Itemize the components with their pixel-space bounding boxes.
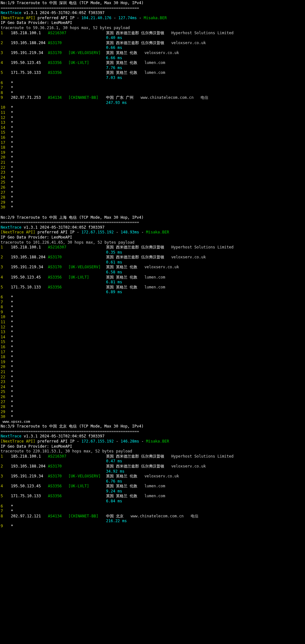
hop-row: 4195.50.123.45AS3356[UK-LVLT]英国 英格兰 伦敦 l…	[1, 275, 305, 280]
hop-row: 24*	[1, 385, 305, 390]
hop-asn: AS3356	[48, 70, 68, 75]
hop-number: 9	[1, 95, 11, 100]
hop-row: 5171.75.10.133AS3356英国 英格兰 伦敦 lumen.com	[1, 494, 305, 499]
hop-number: 3	[1, 51, 11, 56]
hop-number: 2	[1, 41, 11, 46]
hop-row: 3195.191.219.34AS3170[UK-VELOXSERV]英国 英格…	[1, 265, 305, 270]
hop-isp: lumen.com	[144, 494, 165, 498]
hop-row: 11*	[1, 110, 305, 115]
hop-number: 8	[1, 514, 11, 519]
hop-isp: veloxserv.co.uk	[144, 51, 179, 55]
hop-timeout-star: *	[11, 414, 13, 419]
hop-row: 10*	[1, 315, 305, 320]
traceroute-target-line: traceroute to 101.226.41.65, 30 hops max…	[1, 240, 305, 245]
hop-location: 英国 英格兰 伦敦	[106, 494, 137, 498]
hop-number: 21	[1, 160, 11, 165]
hop-row: 1185.218.100.1AS216307英国 西米德兰兹郡 伍尔弗汉普顿 H…	[1, 454, 305, 459]
hop-number: 7	[1, 509, 11, 514]
api-preferred: preferred API IP	[38, 230, 75, 234]
api-server: Misaka.BER	[146, 230, 169, 234]
hop-number: 26	[1, 395, 11, 400]
api-line: [NextTrace API] preferred API IP - 172.6…	[1, 230, 305, 235]
hop-number: 22	[1, 165, 11, 170]
hop-timeout-star: *	[11, 410, 13, 414]
hop-timeout-star: *	[11, 140, 13, 145]
divider: ========================================…	[1, 220, 305, 225]
hop-location: 英国 英格兰 伦敦	[106, 474, 137, 478]
hop-row: 22*	[1, 375, 305, 380]
hop-number: 8	[1, 305, 11, 310]
hop-number: 30	[1, 205, 11, 210]
trace-title: No:2/9 Traceroute to 中国 上海 电信 (TCP Mode,…	[1, 215, 305, 220]
hop-ip: 185.218.100.1	[11, 454, 48, 459]
hop-timeout-star: *	[11, 175, 13, 180]
hop-row: 27*	[1, 400, 305, 405]
hop-number: 19	[1, 360, 11, 365]
hop-tag: [UK-LVLT]	[68, 275, 106, 280]
hop-latency: 0.40 ms	[1, 35, 305, 41]
hop-timeout-star: *	[11, 340, 13, 344]
hop-number: 18	[1, 355, 11, 360]
hop-hostname: www.chinatelecom.com.cn	[141, 95, 194, 100]
hop-asn: AS3170	[48, 41, 68, 46]
hop-timeout-star: *	[11, 185, 13, 190]
hop-ip: 195.50.123.45	[11, 275, 48, 280]
hop-timeout-star: *	[11, 125, 13, 130]
hop-row: 8*	[1, 305, 305, 310]
api-server: Misaka.BER	[144, 16, 167, 20]
hop-number: 28	[1, 195, 11, 200]
hop-isp: lumen.com	[144, 484, 165, 488]
hop-row: 30*	[1, 414, 305, 420]
hop-location: 英国 英格兰 伦敦	[106, 484, 137, 488]
hop-row: 6*	[1, 81, 305, 86]
api-line: [NextTrace API] preferred API IP - 104.2…	[1, 16, 305, 21]
hop-timeout-star: *	[11, 524, 13, 528]
program-name: NextTrace	[1, 11, 21, 15]
hop-timeout-star: *	[11, 320, 13, 324]
hop-number: 24	[1, 385, 11, 390]
hop-number: 13	[1, 330, 11, 335]
hop-asn: AS216307	[48, 245, 68, 250]
hop-timeout-star: *	[11, 389, 13, 394]
hop-number: 13	[1, 120, 11, 125]
hop-timeout-star: *	[11, 130, 13, 135]
hop-location: 中国 广东 广州	[106, 95, 133, 100]
hop-timeout-star: *	[11, 315, 13, 319]
nexttrace-version-line: NextTrace v1.3.1 2024-05-31T02:04:05Z f3…	[1, 225, 305, 230]
hop-row: 9202.97.71.253AS4134[CHINANET-BB]中国 广东 广…	[1, 95, 305, 100]
hop-timeout-star: *	[11, 375, 13, 379]
hop-ip: 193.105.188.204	[11, 255, 48, 260]
hop-timeout-star: *	[11, 110, 13, 115]
hop-asn: AS216307	[48, 31, 68, 36]
hop-timeout-star: *	[11, 345, 13, 349]
hop-row: 29*	[1, 200, 305, 205]
hop-number: 6	[1, 81, 11, 86]
hop-row: 28*	[1, 195, 305, 200]
hop-timeout-star: *	[11, 200, 13, 205]
hop-row: 2193.105.188.204AS3170英国 西米德兰兹郡 伍尔弗汉普顿 v…	[1, 41, 305, 46]
hop-number: 6	[1, 295, 11, 300]
hop-row: 1185.218.100.1AS216307英国 西米德兰兹郡 伍尔弗汉普顿 H…	[1, 31, 305, 36]
hop-latency: 34.92 ms	[1, 469, 305, 474]
hop-row: 20*	[1, 365, 305, 370]
hop-number: 17	[1, 140, 11, 145]
hop-row: 30*	[1, 205, 305, 210]
hop-row: 8202.97.12.121AS4134[CHINANET-BB]中国 北京 w…	[1, 514, 305, 519]
hop-location: 英国 英格兰 伦敦	[106, 70, 137, 75]
hop-ip: 171.75.10.133	[11, 494, 48, 499]
hop-number: 2	[1, 255, 11, 260]
hop-timeout-star: *	[11, 165, 13, 170]
traceroute-target-line: traceroute to 220.181.53.1, 30 hops max,…	[1, 449, 305, 454]
hop-tag: [UK-VELOXSERV]	[68, 474, 106, 479]
api-label: [NextTrace API]	[1, 439, 35, 444]
hop-number: 8	[1, 90, 11, 96]
hop-ip: 185.218.100.1	[11, 31, 48, 36]
hop-timeout-star: *	[11, 155, 13, 160]
hop-tag: [UK-VELOXSERV]	[68, 51, 106, 56]
hop-row: 16*	[1, 345, 305, 350]
hop-timeout-star: *	[11, 190, 13, 195]
hop-number: 5	[1, 285, 11, 290]
hop-row: 15*	[1, 340, 305, 345]
hop-number: 2	[1, 464, 11, 469]
hop-location: 英国 英格兰 伦敦	[106, 285, 137, 289]
